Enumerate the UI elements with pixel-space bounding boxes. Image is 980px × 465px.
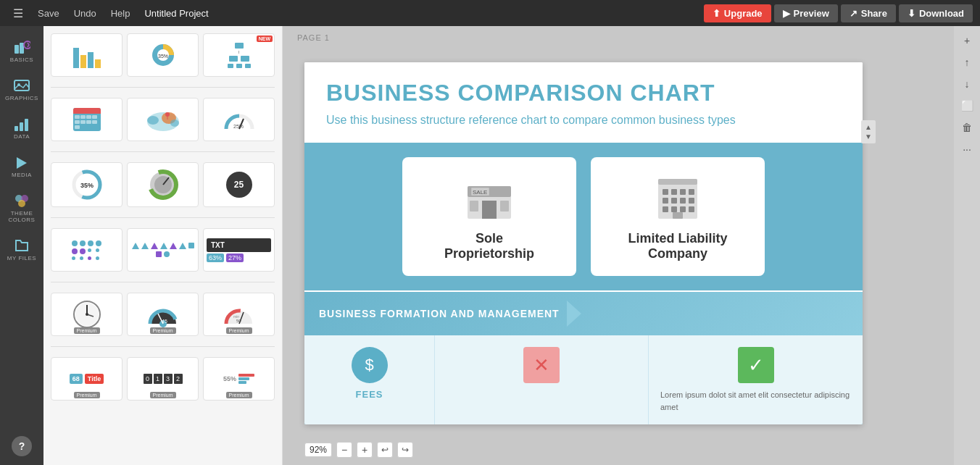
media-icon [13,154,30,172]
sidebar-item-data[interactable]: DATA [0,110,43,146]
panel-item-gauge[interactable]: 25% [203,98,275,141]
bar-4 [95,59,101,68]
panel-row-2: 25% [43,91,282,148]
canvas-area: PAGE 1 BUSINESS COMPARISON CHART Use thi… [283,26,954,465]
download-button[interactable]: ⬇ Download [899,4,973,22]
panel-item-speedometer1[interactable]: Premium 45 [127,293,199,336]
scroll-up-icon[interactable]: ▲ [865,123,872,131]
panel-item-pct-bar[interactable]: Premium 55% [203,357,275,401]
premium-badge-numseq: Premium [149,392,175,398]
pct-badges: 63% 27% [207,254,271,262]
panel-item-calendar[interactable] [51,98,122,141]
infographic[interactable]: BUSINESS COMPARISON CHART Use this busin… [304,62,863,424]
help-circle-button[interactable]: ? [12,436,32,456]
right-sidebar: + ↑ ↓ ⬜ 🗑 ··· [954,26,980,465]
panel-item-num-seq[interactable]: Premium 0 1 3 2 [127,357,199,401]
business-card-llc[interactable]: Limited LiabilityCompany [591,157,765,276]
panel-item-speedometer2[interactable]: Premium 50 min [203,293,275,336]
svg-text:45: 45 [162,319,167,324]
sidebar-item-theme-colors[interactable]: THEMECOLORS [0,187,43,229]
resize-button[interactable]: ⬜ [957,96,977,116]
pct-bar-preview: 55% [223,374,254,384]
data-label: DATA [14,133,30,140]
delete-button[interactable]: 🗑 [957,117,977,138]
divider-3 [51,217,275,218]
more-options-button[interactable]: ··· [957,139,977,159]
redo-history-button[interactable]: ↪ [397,442,413,458]
org-gc-3 [245,64,251,68]
svg-text:35%: 35% [157,54,167,59]
svg-rect-57 [680,198,686,204]
panel-item-circle-35[interactable]: 35% [51,162,122,207]
formation-header: BUSINESS FORMATION AND MANAGEMENT [304,292,863,335]
undo-history-button[interactable]: ↩ [377,442,393,458]
help-button[interactable]: Help [105,5,136,22]
panel-row-1: 35% NEW [43,26,282,84]
share-button[interactable]: ↗ Share [841,4,896,22]
panel-item-clock[interactable]: Premium [51,293,122,336]
org-child-2 [241,56,249,62]
upgrade-icon: ⬆ [713,8,721,19]
panel-row-4: TXT 63% 27% [43,221,282,279]
lorem-text: Lorem ipsum dolot sit amet elit consecte… [660,389,851,413]
add-element-button[interactable]: + [957,30,977,51]
panel-item-org-chart[interactable]: NEW [203,33,275,77]
org-chart-preview [228,43,251,68]
save-button[interactable]: Save [32,5,65,22]
business-card-sole[interactable]: SALE SALE SoleProprietorship [402,157,576,276]
formation-col-check: ✓ Lorem ipsum dolot sit amet elit consec… [649,335,863,424]
graphics-label: GRAPHICS [5,95,38,101]
org-gc-2 [236,64,242,68]
svg-text:25%: 25% [233,124,244,129]
formation-section: BUSINESS FORMATION AND MANAGEMENT $ FEES… [304,292,863,424]
scroll-indicator: ▲ ▼ [861,120,876,143]
dot-grid-preview [72,240,101,260]
media-label: MEDIA [12,172,32,178]
upgrade-button[interactable]: ⬆ Upgrade [704,4,771,22]
txt-badge: TXT [207,238,271,252]
formation-col-fees: $ FEES [304,335,435,424]
panel-item-triangles[interactable] [127,228,199,272]
sidebar-item-my-files[interactable]: MY FILES [0,232,43,267]
sidebar-item-basics[interactable]: BASICS [0,33,43,69]
panel-item-green-gauge[interactable] [127,162,199,207]
svg-rect-0 [14,45,19,54]
panel-item-map[interactable] [127,98,199,141]
pie-chart-preview: 35% [149,41,178,70]
panel-row-5: Premium Premium 45 [43,285,282,343]
divider-1 [51,87,275,88]
svg-rect-7 [25,119,28,131]
svg-rect-44 [470,201,478,211]
svg-rect-52 [671,189,677,195]
my-files-label: MY FILES [7,255,36,261]
preview-button[interactable]: ▶ Preview [774,4,838,22]
bar-chart-preview [73,43,101,68]
panel-item-bar-chart[interactable] [51,33,122,77]
org-gc-1 [228,64,233,68]
panel-item-progress[interactable]: TXT 63% 27% [203,228,275,272]
main-layout: BASICS GRAPHICS DATA MEDIA [0,26,980,465]
panel-item-pie-chart[interactable]: 35% [127,33,199,77]
menu-icon[interactable]: ☰ [7,4,29,23]
green-gauge-preview [147,169,179,201]
sidebar-item-graphics[interactable]: GRAPHICS [0,72,43,107]
left-sidebar: BASICS GRAPHICS DATA MEDIA [0,26,43,465]
divider-4 [51,282,275,282]
number-badge-preview: 25 [226,172,252,198]
svg-rect-53 [680,189,686,195]
panel-item-kpi[interactable]: Premium 68 Title [51,357,122,401]
kpi-preview: 68 Title [70,374,104,384]
undo-button[interactable]: Undo [68,5,102,22]
my-files-icon [13,238,30,255]
org-grandchildren [228,64,251,68]
panel-item-number-25[interactable]: 25 [203,162,275,207]
scroll-down-icon[interactable]: ▼ [865,133,872,141]
svg-rect-61 [680,206,686,212]
zoom-plus-button[interactable]: + [357,442,373,458]
panel-item-dots[interactable] [51,228,122,272]
sidebar-item-media[interactable]: MEDIA [0,148,43,184]
move-down-button[interactable]: ↓ [957,74,977,94]
zoom-minus-button[interactable]: − [336,442,352,458]
move-up-button[interactable]: ↑ [957,52,977,72]
svg-rect-5 [14,126,18,131]
